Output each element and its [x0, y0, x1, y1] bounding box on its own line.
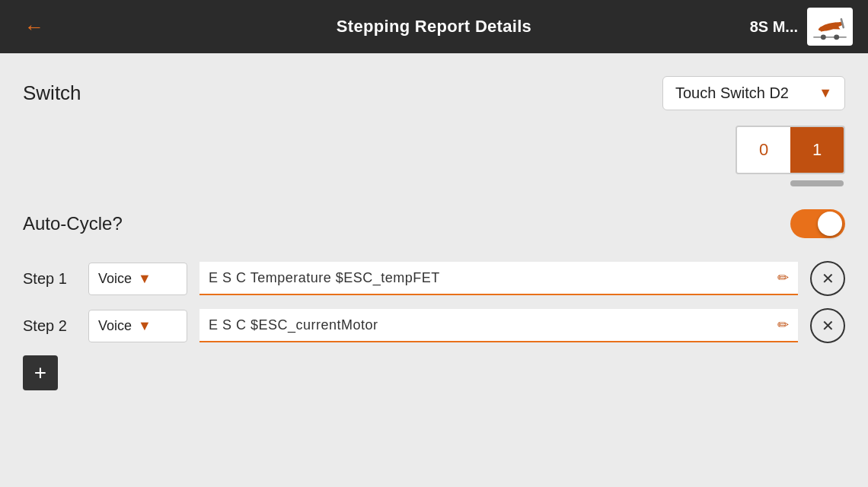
step-2-content-box[interactable]: E S C $ESC_currentMotor ✏: [199, 309, 798, 342]
device-icon: [807, 8, 853, 46]
switch-dropdown[interactable]: Touch Switch D2 ▼: [662, 76, 845, 110]
step-2-label: Step 2: [23, 317, 76, 335]
step-1-type-arrow: ▼: [138, 271, 152, 287]
scroll-bar: [790, 180, 844, 186]
switch-dropdown-arrow: ▼: [819, 85, 832, 101]
step-2-delete-button[interactable]: ✕: [810, 308, 845, 343]
main-content: Switch Touch Switch D2 ▼ 0 1 Auto-Cycle?…: [0, 53, 868, 487]
step-2-edit-icon[interactable]: ✏: [777, 317, 789, 333]
step-2-row: Step 2 Voice ▼ E S C $ESC_currentMotor ✏…: [23, 308, 845, 343]
toggle-section: 0 1: [23, 126, 845, 174]
step-1-row: Step 1 Voice ▼ E S C Temperature $ESC_te…: [23, 261, 845, 296]
back-button[interactable]: ←: [15, 9, 53, 45]
airplane-icon: [810, 11, 850, 43]
toggle-knob: [818, 212, 842, 236]
step-1-content-text: E S C Temperature $ESC_tempFET: [209, 270, 440, 286]
step-2-content-text: E S C $ESC_currentMotor: [209, 317, 378, 333]
autocycle-label: Auto-Cycle?: [23, 213, 790, 234]
add-btn-row: +: [23, 355, 845, 390]
header-right: 8S M...: [750, 8, 853, 46]
page-title: Stepping Report Details: [337, 17, 531, 37]
step-1-content-box[interactable]: E S C Temperature $ESC_tempFET ✏: [199, 262, 798, 295]
step-1-delete-button[interactable]: ✕: [810, 261, 845, 296]
step-2-type-arrow: ▼: [138, 318, 152, 334]
step-2-type-dropdown[interactable]: Voice ▼: [88, 310, 187, 342]
add-step-button[interactable]: +: [23, 355, 58, 390]
step-2-type-text: Voice: [98, 318, 132, 334]
toggle-0-button[interactable]: 0: [737, 127, 790, 173]
autocycle-row: Auto-Cycle?: [23, 202, 845, 246]
autocycle-toggle[interactable]: [790, 209, 845, 238]
svg-point-8: [834, 34, 839, 40]
toggle-1-button[interactable]: 1: [790, 127, 844, 173]
step-1-label: Step 1: [23, 270, 76, 288]
steps-container: Step 1 Voice ▼ E S C Temperature $ESC_te…: [23, 261, 845, 343]
switch-dropdown-value: Touch Switch D2: [675, 84, 789, 102]
device-name: 8S M...: [750, 18, 798, 36]
switch-label: Switch: [23, 81, 662, 105]
svg-point-7: [821, 34, 826, 40]
step-1-type-text: Voice: [98, 271, 132, 287]
step-1-edit-icon[interactable]: ✏: [777, 269, 789, 286]
step-1-type-dropdown[interactable]: Voice ▼: [88, 263, 187, 295]
toggle-group: 0 1: [736, 126, 845, 174]
header: ← Stepping Report Details 8S M...: [0, 0, 868, 53]
scroll-indicator: [23, 180, 845, 186]
switch-row: Switch Touch Switch D2 ▼: [23, 68, 845, 118]
